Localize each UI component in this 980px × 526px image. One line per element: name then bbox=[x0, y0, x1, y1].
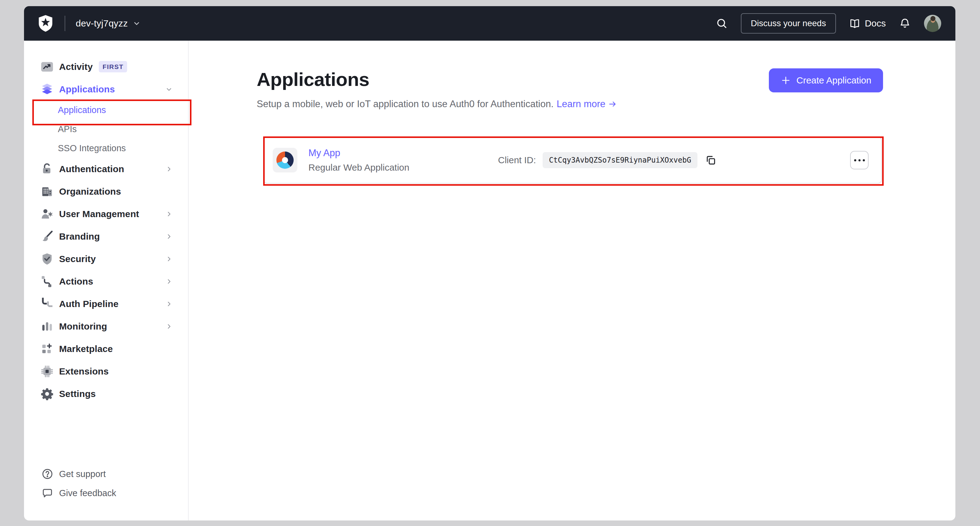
chevron-right-icon bbox=[165, 255, 173, 263]
sidebar-item-label: Branding bbox=[59, 231, 100, 242]
sidebar-item-settings[interactable]: Settings bbox=[24, 383, 188, 405]
application-text-block: My App Regular Web Application bbox=[309, 148, 409, 173]
chat-bubble-icon bbox=[41, 487, 54, 499]
sidebar-item-label: Security bbox=[59, 254, 96, 264]
footer-item-label: Give feedback bbox=[59, 488, 116, 498]
sidebar-item-user-management[interactable]: User Management bbox=[24, 202, 188, 225]
page-subtitle: Setup a mobile, web or IoT application t… bbox=[257, 99, 883, 110]
sidebar-item-branding[interactable]: Branding bbox=[24, 225, 188, 248]
application-name-link[interactable]: My App bbox=[309, 148, 409, 159]
sidebar-subitem-sso-integrations[interactable]: SSO Integrations bbox=[24, 139, 188, 158]
sidebar-item-applications[interactable]: Applications bbox=[24, 78, 188, 100]
sidebar-item-label: Settings bbox=[59, 389, 96, 399]
sidebar-subitem-applications[interactable]: Applications bbox=[24, 100, 188, 120]
sidebar-item-label: Authentication bbox=[59, 164, 124, 174]
client-id-group: Client ID: CtCqy3AvbQZSo7sE9RiynaPuiXOxv… bbox=[498, 137, 716, 183]
sidebar-item-label: Extensions bbox=[59, 366, 109, 377]
copy-icon bbox=[705, 154, 716, 166]
application-logo-tile bbox=[273, 148, 298, 172]
ellipsis-icon bbox=[854, 159, 856, 161]
sidebar-item-authentication[interactable]: Authentication bbox=[24, 158, 188, 180]
sidebar-item-give-feedback[interactable]: Give feedback bbox=[24, 483, 188, 503]
shield-check-icon bbox=[40, 252, 54, 266]
create-application-button[interactable]: Create Application bbox=[769, 69, 883, 92]
sidebar-item-monitoring[interactable]: Monitoring bbox=[24, 315, 188, 338]
sidebar-item-activity[interactable]: Activity FIRST bbox=[24, 56, 188, 78]
sidebar-item-label: Actions bbox=[59, 276, 93, 287]
client-id-label: Client ID: bbox=[498, 155, 536, 166]
sidebar-item-auth-pipeline[interactable]: Auth Pipeline bbox=[24, 293, 188, 315]
sidebar-footer: Get support Give feedback bbox=[24, 464, 188, 520]
application-logo-icon bbox=[277, 151, 294, 169]
sidebar-item-label: Applications bbox=[59, 84, 115, 94]
auth0-logo-icon bbox=[38, 14, 54, 32]
activity-chart-icon bbox=[40, 60, 54, 73]
subtitle-text: Setup a mobile, web or IoT application t… bbox=[257, 99, 554, 110]
chevron-down-icon bbox=[133, 19, 141, 27]
sidebar-item-actions[interactable]: Actions bbox=[24, 270, 188, 293]
layers-icon bbox=[40, 83, 54, 96]
chevron-right-icon bbox=[165, 233, 173, 240]
building-icon bbox=[40, 185, 54, 198]
docs-label: Docs bbox=[865, 18, 886, 29]
application-menu-button[interactable] bbox=[850, 151, 869, 169]
bell-icon bbox=[899, 17, 911, 30]
copy-client-id-button[interactable] bbox=[705, 154, 716, 166]
sidebar-item-label: Auth Pipeline bbox=[59, 299, 118, 309]
screenshot-canvas: dev-tyj7qyzz Discuss your needs Docs bbox=[0, 0, 980, 526]
sidebar-navigation: Activity FIRST Applications Applications… bbox=[24, 41, 189, 520]
plus-icon bbox=[781, 75, 791, 86]
ellipsis-icon bbox=[863, 159, 865, 161]
topbar-divider bbox=[65, 16, 65, 31]
chevron-right-icon bbox=[165, 323, 173, 330]
footer-item-label: Get support bbox=[59, 469, 106, 479]
client-id-value: CtCqy3AvbQZSo7sE9RiynaPuiXOxvebG bbox=[542, 152, 697, 168]
learn-more-link[interactable]: Learn more bbox=[557, 99, 617, 110]
search-button[interactable] bbox=[716, 17, 728, 30]
docs-link[interactable]: Docs bbox=[849, 18, 886, 29]
ellipsis-icon bbox=[858, 159, 861, 161]
notifications-button[interactable] bbox=[899, 17, 911, 30]
topbar-right-group: Discuss your needs Docs bbox=[716, 13, 941, 33]
learn-more-label: Learn more bbox=[557, 99, 606, 110]
sidebar-item-label: Organizations bbox=[59, 186, 121, 197]
bar-chart-icon bbox=[40, 320, 54, 333]
page-body: Activity FIRST Applications Applications… bbox=[24, 41, 955, 520]
discuss-your-needs-button[interactable]: Discuss your needs bbox=[741, 13, 836, 33]
grid-plus-icon bbox=[40, 342, 54, 356]
top-navigation-bar: dev-tyj7qyzz Discuss your needs Docs bbox=[24, 6, 955, 41]
user-avatar[interactable] bbox=[924, 15, 941, 32]
first-badge: FIRST bbox=[99, 61, 127, 72]
gear-icon bbox=[40, 387, 54, 401]
sidebar-item-label: Activity bbox=[59, 62, 93, 72]
create-application-label: Create Application bbox=[797, 75, 872, 86]
chevron-right-icon bbox=[165, 278, 173, 285]
user-gear-icon bbox=[40, 207, 54, 221]
book-icon bbox=[849, 18, 861, 29]
chevron-right-icon bbox=[165, 166, 173, 173]
paintbrush-icon bbox=[40, 230, 54, 243]
auth0-dashboard-page: dev-tyj7qyzz Discuss your needs Docs bbox=[24, 6, 955, 520]
sidebar-item-label: User Management bbox=[59, 209, 139, 219]
application-list-item[interactable]: My App Regular Web Application Client ID… bbox=[264, 137, 882, 183]
chevron-down-icon bbox=[165, 86, 173, 93]
sidebar-item-marketplace[interactable]: Marketplace bbox=[24, 338, 188, 360]
pipeline-icon bbox=[40, 297, 54, 311]
chevron-right-icon bbox=[165, 300, 173, 308]
sidebar-item-label: Monitoring bbox=[59, 321, 107, 332]
sidebar-item-security[interactable]: Security bbox=[24, 248, 188, 270]
lock-icon bbox=[40, 162, 54, 176]
help-circle-icon bbox=[41, 468, 54, 480]
sidebar-item-get-support[interactable]: Get support bbox=[24, 464, 188, 483]
tenant-switcher[interactable]: dev-tyj7qyzz bbox=[76, 18, 141, 29]
flow-icon bbox=[40, 275, 54, 288]
chevron-right-icon bbox=[165, 210, 173, 218]
tenant-name: dev-tyj7qyzz bbox=[76, 18, 128, 29]
page-title: Applications bbox=[257, 69, 369, 90]
main-content: Applications Create Application Setup a … bbox=[189, 41, 955, 520]
application-type: Regular Web Application bbox=[309, 162, 409, 173]
sidebar-item-organizations[interactable]: Organizations bbox=[24, 180, 188, 202]
sidebar-item-extensions[interactable]: Extensions bbox=[24, 360, 188, 383]
sidebar-subitem-apis[interactable]: APIs bbox=[24, 120, 188, 139]
arrow-right-icon bbox=[608, 99, 617, 109]
